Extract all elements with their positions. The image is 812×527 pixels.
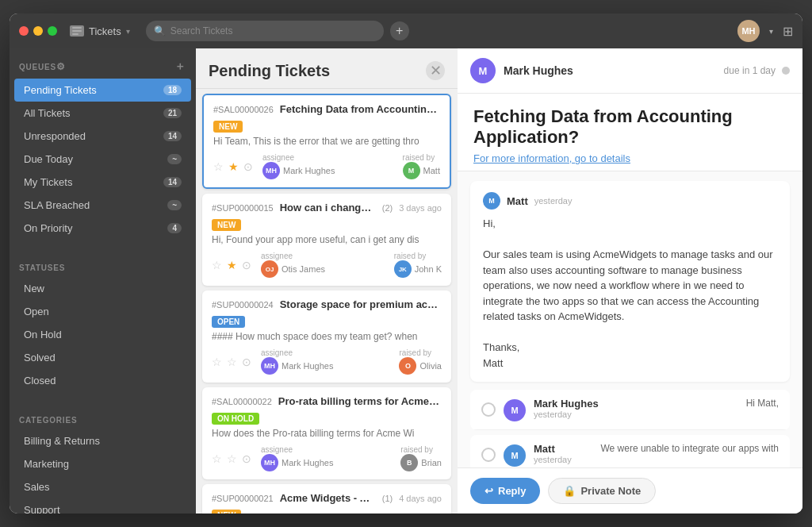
main-message-card: M Matt yesterday Hi, Our sales team is u…: [470, 181, 790, 382]
detail-header-name: Mark Hughes: [504, 64, 573, 77]
search-bar[interactable]: 🔍 Search Tickets: [146, 21, 384, 41]
star-icon-0[interactable]: ☆: [213, 160, 224, 173]
sidebar-item-support[interactable]: Support: [14, 498, 191, 514]
detail-header-avatar: M: [470, 58, 496, 83]
lock-icon: 🔒: [563, 485, 576, 497]
ticket-title-2: Storage space for premium account upgr: [280, 298, 442, 310]
assignee-avatar-0: MH: [262, 162, 280, 179]
statuses-section-title: STATUSES: [10, 252, 196, 277]
sidebar-item-solved[interactable]: Solved: [14, 346, 191, 369]
chevron-down-icon: ▾: [126, 27, 130, 36]
ticket-actions-1: ☆ ★ ⊙: [212, 259, 251, 271]
detail-panel: M Mark Hughes due in 1 day Fetching Data…: [458, 48, 802, 514]
search-placeholder: Search Tickets: [170, 25, 233, 37]
titlebar-right: MH ▾ ⊞: [737, 20, 793, 42]
star-filled-icon-1[interactable]: ★: [227, 259, 237, 271]
user-avatar[interactable]: MH: [737, 20, 760, 42]
sidebar-item-on-priority[interactable]: On Priority 4: [14, 217, 191, 240]
ticket-card-0[interactable]: #SAL00000026 Fetching Data from Accounti…: [202, 94, 451, 189]
reply-button[interactable]: ↩ Reply: [470, 478, 540, 504]
ticket-status-0: NEW: [213, 121, 243, 133]
maximize-button[interactable]: [48, 26, 57, 36]
new-ticket-button[interactable]: +: [390, 21, 409, 40]
ticket-card-3[interactable]: #SAL00000022 Pro-rata billing terms for …: [202, 387, 451, 479]
star-filled-icon-0[interactable]: ★: [228, 160, 239, 173]
ticket-id-4: #SUP00000021: [212, 494, 274, 503]
traffic-lights: [19, 26, 57, 36]
svg-rect-0: [72, 27, 82, 29]
close-panel-button[interactable]: ✕: [426, 61, 445, 80]
ticket-count-1: (2): [382, 203, 393, 213]
star-icon-2[interactable]: ☆: [212, 356, 222, 368]
app-title[interactable]: Tickets ▾: [70, 25, 130, 37]
sidebar-item-due-today[interactable]: Due Today ~: [14, 148, 191, 171]
sidebar-item-marketing[interactable]: Marketing: [14, 452, 191, 475]
detail-title-section: Fetching Data from Accounting Applicatio…: [458, 94, 802, 171]
sidebar-item-my-tickets[interactable]: My Tickets 14: [14, 171, 191, 194]
ticket-actions-0: ☆ ★ ⊙: [213, 160, 253, 173]
ticket-actions-3: ☆ ☆ ⊙: [212, 452, 251, 465]
ticket-count-4: (1): [382, 494, 393, 503]
ticket-assignee-1: assignee OJ Otis James: [261, 252, 325, 278]
ticket-preview-3: How does the Pro-rata billing terms for …: [212, 428, 442, 439]
star-icon-3[interactable]: ☆: [212, 452, 222, 465]
ticket-status-2: OPEN: [212, 316, 245, 328]
ticket-raised-0: raised by M Matt: [403, 153, 440, 179]
ticket-id-2: #SUP00000024: [212, 300, 274, 310]
comment-icon-3[interactable]: ⊙: [242, 452, 251, 465]
star-icon-1[interactable]: ☆: [212, 259, 222, 271]
ticket-card-2[interactable]: #SUP00000024 Storage space for premium a…: [202, 290, 451, 383]
message-row-1[interactable]: M Matt yesterday We were unable to integ…: [470, 435, 790, 467]
ticket-title-3: Pro-rata billing terms for Acme Widgets …: [278, 395, 442, 407]
private-note-button[interactable]: 🔒 Private Note: [548, 478, 656, 504]
star-outline-2[interactable]: ☆: [227, 356, 237, 368]
gear-icon[interactable]: ⚙: [56, 61, 66, 72]
chevron-down-icon: ▾: [769, 27, 773, 36]
tickets-header: Pending Tickets ✕: [196, 48, 458, 89]
ticket-assignee-3: assignee MH Mark Hughes: [261, 445, 333, 471]
sidebar-item-on-hold[interactable]: On Hold: [14, 323, 191, 346]
select-circle-0[interactable]: [481, 402, 496, 417]
add-queue-icon[interactable]: ＋: [174, 60, 186, 74]
close-button[interactable]: [19, 26, 29, 36]
ticket-raised-1: raised by JK John K: [394, 252, 442, 278]
ticket-card-1[interactable]: #SUP00000015 How can i change my Plan? (…: [202, 194, 451, 286]
ticket-title-4: Acme Widgets - Archive search: [280, 492, 376, 504]
sidebar-item-new[interactable]: New: [14, 277, 191, 300]
raised-avatar-2: O: [399, 357, 416, 375]
search-icon: 🔍: [154, 25, 166, 37]
ticket-date-1: 3 days ago: [399, 203, 442, 213]
main-content: QUEUES ⚙ ＋ Pending Tickets 18 All Ticket…: [10, 48, 802, 514]
main-message-time: yesterday: [534, 196, 573, 206]
sidebar-item-open[interactable]: Open: [14, 300, 191, 323]
sidebar-item-pending-tickets[interactable]: Pending Tickets 18: [14, 79, 191, 102]
ticket-assignee-0: assignee MH Mark Hughes: [262, 153, 335, 179]
select-circle-1[interactable]: [481, 448, 496, 462]
sidebar-item-billing-returns[interactable]: Billing & Returns: [14, 429, 191, 452]
ticket-assignee-2: assignee MH Mark Hughes: [261, 348, 333, 375]
sidebar-item-sla-breached[interactable]: SLA Breached ~: [14, 194, 191, 217]
sidebar-item-all-tickets[interactable]: All Tickets 21: [14, 102, 191, 125]
comment-icon-0[interactable]: ⊙: [243, 160, 253, 173]
ticket-status-3: ON HOLD: [212, 413, 259, 425]
categories-section-title: CATEGORIES: [10, 405, 196, 429]
message-row-0[interactable]: M Mark Hughes yesterday Hi Matt,: [470, 390, 790, 430]
ticket-card-4[interactable]: #SUP00000021 Acme Widgets - Archive sear…: [202, 484, 451, 514]
comment-icon-1[interactable]: ⊙: [242, 259, 251, 271]
star-outline-3[interactable]: ☆: [227, 452, 237, 465]
svg-rect-2: [72, 33, 79, 35]
message-row-content-0: Mark Hughes yesterday: [534, 398, 738, 421]
app-name-label: Tickets: [89, 25, 121, 37]
detail-more-info-link[interactable]: For more information, go to details: [473, 152, 787, 164]
ticket-actions-2: ☆ ☆ ⊙: [212, 356, 251, 368]
sidebar-item-sales[interactable]: Sales: [14, 475, 191, 498]
minimize-button[interactable]: [33, 26, 43, 36]
message-row-avatar-0: M: [504, 399, 526, 421]
comment-icon-2[interactable]: ⊙: [242, 356, 251, 368]
sidebar-item-unresponded[interactable]: Unresponded 14: [14, 125, 191, 148]
app-icon: [70, 25, 84, 37]
sidebar-item-closed[interactable]: Closed: [14, 369, 191, 392]
ticket-id-0: #SAL00000026: [213, 105, 274, 114]
notifications-icon[interactable]: ⊞: [783, 24, 793, 39]
message-row-avatar-1: M: [504, 444, 526, 467]
